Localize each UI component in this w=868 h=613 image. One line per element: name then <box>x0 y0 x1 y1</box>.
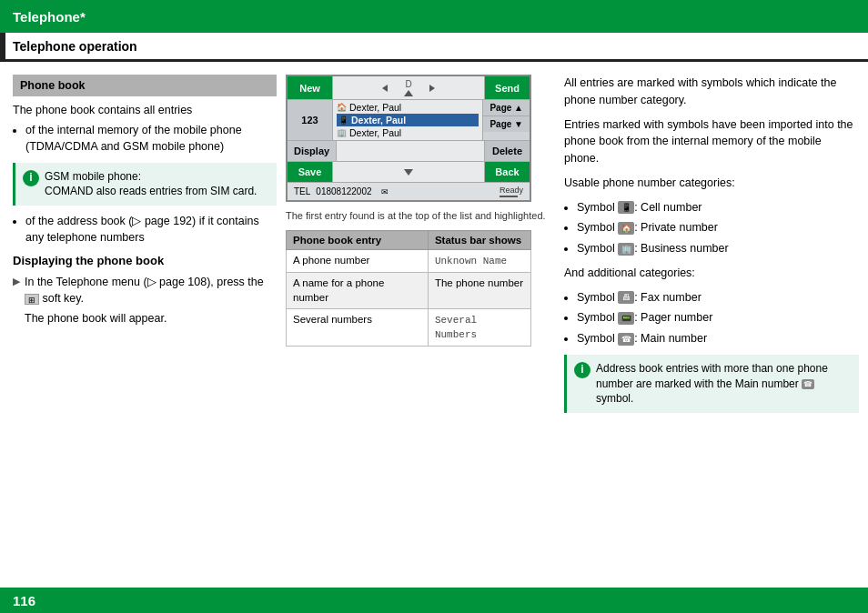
phone-tel-row: TEL 01808122002 ✉ Ready <box>288 183 530 200</box>
table-cell-status-2: The phone number <box>428 273 530 309</box>
sub-header: Telephone operation <box>0 33 868 62</box>
info-text-1: GSM mobile phone: COMAND also reads entr… <box>45 169 257 200</box>
usable-list: Symbol 📱: Cell number Symbol 🏠: Private … <box>577 199 859 257</box>
save-button[interactable]: Save <box>288 162 333 182</box>
phone-row-4: Save Back <box>288 162 530 183</box>
main-number-icon-inline: ☎ <box>802 379 814 389</box>
phone-row-2: 123 🏠 Dexter, Paul 📱 Dexter, Paul 🏢 <box>288 100 530 141</box>
new-button[interactable]: New <box>288 76 333 99</box>
table-row: A name for a phone number The phone numb… <box>287 273 531 309</box>
additional-header: And additional categories: <box>564 265 859 282</box>
list-item-main: Symbol ☎: Main number <box>577 330 859 347</box>
additional-list: Symbol 🖷: Fax number Symbol 📟: Pager num… <box>577 289 859 347</box>
phone-nav-center: D <box>333 76 484 99</box>
footer-bar: 116 <box>0 588 868 613</box>
123-button[interactable]: 123 <box>288 100 333 140</box>
left-column: Phone book The phone book contains all e… <box>13 75 277 578</box>
sub-header-title: Telephone operation <box>13 39 137 54</box>
left-accent <box>0 33 5 62</box>
table-cell-status-1: Unknown Name <box>428 250 530 273</box>
nav-right-icon <box>429 85 435 92</box>
back-button[interactable]: Back <box>484 162 530 182</box>
usable-header: Usable phone number categories: <box>564 175 859 192</box>
table-cell-entry-2: A name for a phone number <box>287 273 429 309</box>
phone-ui: New D Send <box>286 75 531 202</box>
send-button[interactable]: Send <box>484 76 530 99</box>
list-item-fax: Symbol 🖷: Fax number <box>577 289 859 306</box>
table-row: A phone number Unknown Name <box>287 250 531 273</box>
bullet-list-2: of the address book (▷ page 192) if it c… <box>25 213 277 246</box>
business-icon: 🏢 <box>618 243 634 256</box>
table-header-entry: Phone book entry <box>287 231 429 250</box>
table-cell-entry-1: A phone number <box>287 250 429 273</box>
list-item-private: Symbol 🏠: Private number <box>577 219 859 236</box>
phone-center-empty <box>337 141 484 161</box>
signal-bar <box>500 196 518 197</box>
table-row: Several numbers Several Numbers <box>287 309 531 347</box>
middle-column: New D Send <box>286 75 550 578</box>
list-item-pager: Symbol 📟: Pager number <box>577 309 859 327</box>
fax-icon: 🖷 <box>618 291 634 304</box>
right-para-2: Entries marked with symbols have been im… <box>564 116 859 167</box>
info-table: Phone book entry Status bar shows A phon… <box>286 230 531 347</box>
phone-center-arrow <box>333 162 484 182</box>
content-area: Phone book The phone book contains all e… <box>0 62 868 588</box>
arrow-symbol-1: ▶ <box>13 275 20 289</box>
list-item-business: Symbol 🏢: Business number <box>577 240 859 257</box>
center-letter: D <box>405 79 411 89</box>
info-box-2: i Address book entries with more than on… <box>564 355 859 413</box>
private-icon: 🏠 <box>618 222 634 235</box>
pager-icon: 📟 <box>618 312 634 325</box>
status-label: Ready <box>500 186 523 197</box>
name-row-1: 🏠 Dexter, Paul <box>337 102 479 113</box>
nav-left-icon <box>382 85 388 92</box>
name-row-2: 📱 Dexter, Paul <box>337 114 479 126</box>
section-header: Phone book <box>13 75 277 96</box>
work-icon-3: 🏢 <box>337 128 347 137</box>
right-column: All entries are marked with symbols whic… <box>559 75 859 578</box>
nav-down-icon <box>404 169 413 176</box>
delete-button[interactable]: Delete <box>484 141 530 161</box>
arrow-item-2: ▶ The phone book will appear. <box>13 310 277 327</box>
phone-caption: The first entry found is at the top of t… <box>286 209 550 223</box>
tel-label: TEL <box>294 186 310 196</box>
intro-text: The phone book contains all entries <box>13 102 277 118</box>
page-up-button[interactable]: Page ▲ <box>483 100 530 116</box>
table-cell-entry-3: Several numbers <box>287 309 429 347</box>
header-title: Telephone* <box>13 9 86 25</box>
phone-number: 01808122002 <box>316 186 371 196</box>
phone-row-1: New D Send <box>288 76 530 100</box>
info-line2: COMAND also reads entries from SIM card. <box>45 184 257 199</box>
right-para-1: All entries are marked with symbols whic… <box>564 75 859 109</box>
display-button[interactable]: Display <box>288 141 337 161</box>
phone-row-3: Display Delete <box>288 141 530 162</box>
page-number: 116 <box>13 593 35 608</box>
info-line1: GSM mobile phone: <box>45 169 257 185</box>
list-item-2: of the address book (▷ page 192) if it c… <box>25 213 277 246</box>
list-item: of the internal memory of the mobile pho… <box>25 122 277 155</box>
info-icon-1: i <box>23 170 39 186</box>
arrow-text-2: The phone book will appear. <box>25 310 167 327</box>
displaying-header: Displaying the phone book <box>13 253 277 270</box>
info-box-1: i GSM mobile phone: COMAND also reads en… <box>13 163 277 206</box>
home-icon-1: 🏠 <box>337 103 347 112</box>
phone-icon-2: 📱 <box>338 116 348 125</box>
name-row-3: 🏢 Dexter, Paul <box>337 127 479 138</box>
info-icon-2: i <box>574 362 590 378</box>
nav-up-icon <box>404 90 413 96</box>
arrow-text-1: In the Telephone menu (▷ page 108), pres… <box>25 274 277 306</box>
table-body: A phone number Unknown Name A name for a… <box>287 250 531 347</box>
list-item-cell: Symbol 📱: Cell number <box>577 199 859 216</box>
info-text-2: Address book entries with more than one … <box>596 361 852 407</box>
header-bar: Telephone* <box>0 0 868 33</box>
envelope-icon: ✉ <box>381 187 389 196</box>
table-cell-status-3: Several Numbers <box>428 309 530 347</box>
main-icon: ☎ <box>618 333 634 346</box>
page-buttons: Page ▲ Page ▼ <box>482 100 530 140</box>
phone-nav-arrows: D <box>382 79 435 96</box>
table-header-status: Status bar shows <box>428 231 530 250</box>
bullet-list-1: of the internal memory of the mobile pho… <box>25 122 277 155</box>
page-down-button[interactable]: Page ▼ <box>483 116 530 132</box>
names-list: 🏠 Dexter, Paul 📱 Dexter, Paul 🏢 Dexter, … <box>333 100 482 140</box>
arrow-item-1: ▶ In the Telephone menu (▷ page 108), pr… <box>13 274 277 306</box>
